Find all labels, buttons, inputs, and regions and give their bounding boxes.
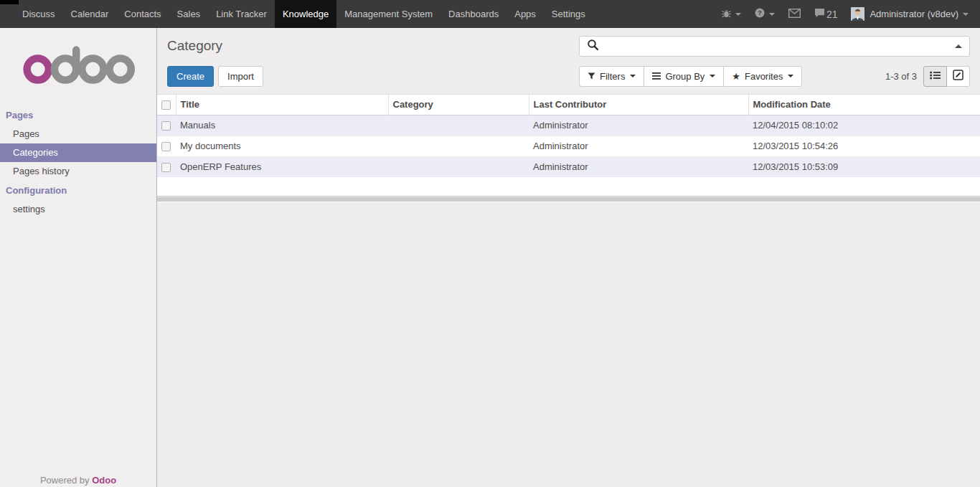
sidebar-item-categories[interactable]: Categories — [0, 143, 156, 162]
app-menu: Discuss Calendar Contacts Sales Link Tra… — [0, 0, 593, 28]
column-header-title[interactable]: Title — [176, 95, 388, 115]
sidebar-section-configuration: Configuration — [0, 181, 156, 200]
sidebar: Pages Pages Categories Pages history Con… — [0, 28, 157, 487]
sidebar-section-pages: Pages — [0, 105, 156, 125]
menu-sales[interactable]: Sales — [169, 0, 209, 28]
import-button[interactable]: Import — [218, 66, 263, 87]
sidebar-menu: Pages Pages Categories Pages history Con… — [0, 105, 156, 219]
search-input[interactable] — [604, 41, 955, 52]
cell-last-contributor[interactable]: Administrator — [529, 136, 748, 156]
cell-title[interactable]: My documents — [176, 136, 388, 156]
cell-title[interactable]: OpenERP Features — [176, 156, 388, 177]
view-switcher — [923, 66, 970, 87]
search-icon — [587, 39, 599, 54]
list-view-icon — [930, 71, 941, 82]
filters-label: Filters — [600, 71, 625, 82]
screen-artifact — [0, 0, 19, 4]
search-bar[interactable] — [579, 36, 970, 57]
menu-apps[interactable]: Apps — [507, 0, 544, 28]
row-checkbox[interactable] — [161, 163, 171, 172]
form-view-button[interactable] — [946, 66, 970, 87]
chevron-down-icon — [630, 75, 636, 77]
cell-title[interactable]: Manuals — [176, 115, 388, 136]
help-icon: ? — [755, 8, 765, 20]
svg-text:?: ? — [758, 9, 762, 16]
odoo-logo — [22, 41, 135, 85]
sidebar-item-pages-history[interactable]: Pages history — [0, 162, 156, 181]
message-count-badge: 21 — [826, 9, 838, 20]
column-header-last-contributor[interactable]: Last Contributor — [529, 95, 748, 115]
category-table: Title Category Last Contributor Modifica… — [157, 95, 980, 177]
star-icon: ★ — [732, 71, 740, 82]
content-panel: Category Create Import — [157, 28, 980, 487]
column-header-modification-date[interactable]: Modification Date — [748, 95, 980, 115]
horizontal-scrollbar[interactable] — [157, 197, 980, 202]
menu-link-tracker[interactable]: Link Tracker — [208, 0, 275, 28]
messages-inbox-button[interactable] — [788, 9, 801, 20]
menu-settings[interactable]: Settings — [544, 0, 593, 28]
cell-modification-date[interactable]: 12/03/2015 10:53:09 — [748, 156, 980, 177]
select-all-checkbox[interactable] — [161, 100, 171, 110]
select-all-cell — [157, 95, 176, 115]
menu-discuss[interactable]: Discuss — [14, 0, 63, 28]
favorites-label: Favorites — [745, 71, 783, 82]
page-title: Category — [167, 38, 222, 54]
menu-calendar[interactable]: Calendar — [63, 0, 117, 28]
sidebar-item-pages[interactable]: Pages — [0, 125, 156, 143]
chevron-down-icon — [963, 13, 969, 16]
menu-management-system[interactable]: Management System — [336, 0, 440, 28]
comment-icon — [814, 8, 825, 20]
pager-and-views: 1-3 of 3 — [885, 66, 970, 87]
chevron-down-icon — [769, 13, 775, 16]
table-row[interactable]: My documents Administrator 12/03/2015 10… — [157, 136, 980, 156]
top-navigation-bar: Discuss Calendar Contacts Sales Link Tra… — [0, 0, 980, 28]
favorites-button[interactable]: ★ Favorites — [723, 66, 802, 87]
group-by-label: Group By — [665, 71, 705, 82]
table-row[interactable]: OpenERP Features Administrator 12/03/201… — [157, 156, 980, 177]
powered-by-footer: Powered by Odoo — [0, 475, 156, 486]
list-view-button[interactable] — [923, 66, 947, 87]
table-empty-area — [157, 177, 980, 196]
bug-icon — [722, 9, 731, 20]
help-menu[interactable]: ? — [755, 8, 775, 20]
cell-category[interactable] — [388, 136, 529, 156]
menu-knowledge[interactable]: Knowledge — [275, 0, 336, 28]
group-by-icon — [652, 72, 661, 80]
search-controls: Filters Group By ★ Favorites — [579, 66, 970, 87]
filter-funnel-icon — [588, 72, 595, 80]
debug-menu[interactable] — [722, 9, 741, 20]
cell-last-contributor[interactable]: Administrator — [529, 156, 748, 177]
menu-contacts[interactable]: Contacts — [116, 0, 169, 28]
mail-icon — [788, 9, 801, 20]
cell-last-contributor[interactable]: Administrator — [529, 115, 748, 136]
filter-button-group: Filters Group By ★ Favorites — [579, 66, 802, 87]
main-area: Pages Pages Categories Pages history Con… — [0, 28, 980, 487]
menu-dashboards[interactable]: Dashboards — [440, 0, 507, 28]
odoo-brand-link[interactable]: Odoo — [92, 475, 116, 486]
group-by-button[interactable]: Group By — [644, 66, 724, 87]
sidebar-item-settings[interactable]: settings — [0, 200, 156, 219]
control-row: Create Import Filters — [167, 65, 970, 87]
cell-modification-date[interactable]: 12/03/2015 10:54:26 — [748, 136, 980, 156]
user-menu[interactable]: Administrator (v8dev) — [851, 7, 969, 21]
table-row[interactable]: Manuals Administrator 12/04/2015 08:10:0… — [157, 115, 980, 136]
action-buttons: Create Import — [167, 66, 263, 87]
systray: ? 21 — [708, 0, 980, 28]
column-header-category[interactable]: Category — [388, 95, 529, 115]
filters-button[interactable]: Filters — [579, 66, 644, 87]
cell-modification-date[interactable]: 12/04/2015 08:10:02 — [748, 115, 980, 136]
cell-category[interactable] — [388, 156, 529, 177]
user-name-label: Administrator (v8dev) — [870, 9, 958, 19]
row-checkbox[interactable] — [161, 142, 171, 151]
chevron-down-icon — [788, 75, 793, 77]
conversations-button[interactable]: 21 — [814, 8, 838, 20]
create-button[interactable]: Create — [167, 66, 214, 87]
row-checkbox[interactable] — [161, 121, 171, 131]
cell-category[interactable] — [388, 115, 529, 136]
chevron-down-icon — [710, 75, 715, 77]
row-select-cell — [157, 136, 176, 156]
avatar — [851, 7, 864, 21]
powered-by-text: Powered by — [40, 475, 90, 486]
search-expand-icon[interactable] — [955, 44, 962, 48]
table-header-row: Title Category Last Contributor Modifica… — [157, 95, 980, 115]
